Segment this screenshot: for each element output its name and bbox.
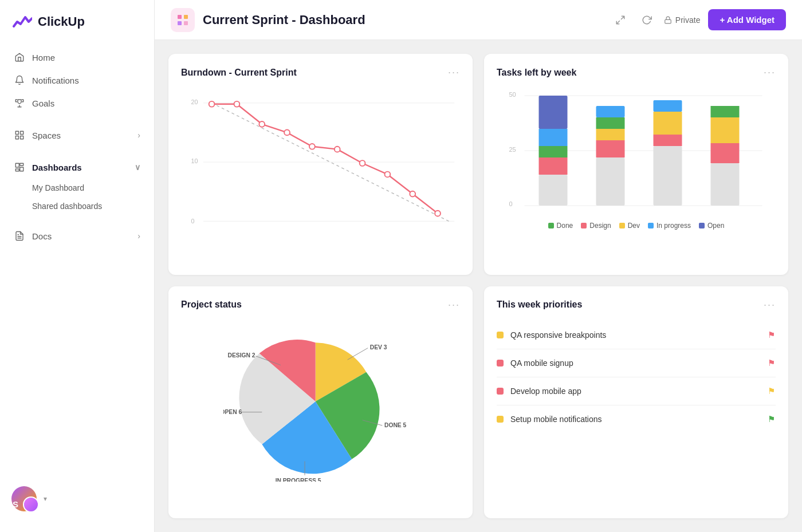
- sidebar-item-goals[interactable]: Goals: [7, 92, 147, 115]
- svg-point-26: [284, 130, 290, 136]
- notifications-label: Notifications: [32, 76, 79, 85]
- project-status-menu-icon[interactable]: ···: [448, 299, 460, 311]
- goals-label: Goals: [32, 98, 54, 108]
- my-dashboard-label: My Dashboard: [32, 183, 84, 192]
- bar-chart-svg: 50 25 0: [497, 89, 776, 215]
- sidebar-item-docs[interactable]: Docs ›: [7, 224, 147, 247]
- svg-text:DEV 3: DEV 3: [369, 344, 387, 350]
- svg-rect-53: [654, 100, 682, 112]
- legend-done-label: Done: [557, 222, 573, 230]
- dashboard-icon: [14, 161, 25, 173]
- svg-rect-1: [21, 131, 23, 134]
- priority-dot-2: [497, 360, 504, 367]
- priority-dot-1: [497, 332, 504, 338]
- svg-point-29: [360, 160, 365, 166]
- svg-point-28: [335, 147, 340, 152]
- private-label: Private: [675, 15, 701, 25]
- priorities-header: This week priorities ···: [497, 299, 776, 311]
- svg-rect-12: [184, 15, 188, 19]
- priority-item-3: Develop mobile app ⚑: [497, 377, 776, 405]
- priority-dot-3: [497, 388, 504, 395]
- svg-point-25: [259, 121, 265, 127]
- svg-point-30: [385, 172, 391, 178]
- top-bar: Current Sprint - Dashboard Private + Add…: [155, 0, 802, 40]
- logo-text: ClickUp: [38, 14, 85, 29]
- svg-rect-40: [539, 175, 568, 206]
- docs-arrow-icon: ›: [137, 231, 140, 241]
- svg-point-24: [234, 101, 240, 107]
- legend-dev: Dev: [619, 222, 640, 230]
- priority-item-2: QA mobile signup ⚑: [497, 349, 776, 377]
- expand-icon[interactable]: [611, 11, 630, 29]
- sidebar-footer: S ▾: [0, 477, 154, 521]
- svg-text:25: 25: [509, 146, 516, 153]
- tasks-widget-header: Tasks left by week ···: [497, 66, 776, 78]
- top-bar-actions: Private + Add Widget: [611, 9, 786, 30]
- sidebar-item-shared-dashboards[interactable]: Shared dashboards: [7, 197, 147, 215]
- main-content: Current Sprint - Dashboard Private + Add…: [155, 0, 802, 532]
- legend-done: Done: [548, 222, 573, 230]
- pie-chart-svg: DEV 3 DONE 5 IN PROGRESS 5 OPEN 6 DESIGN…: [223, 321, 418, 482]
- dashboards-label: Dashboards: [32, 163, 82, 172]
- svg-rect-50: [654, 146, 682, 206]
- svg-text:0: 0: [191, 218, 195, 224]
- svg-point-32: [435, 211, 441, 216]
- sidebar-item-dashboards[interactable]: Dashboards ∨: [7, 156, 147, 179]
- tasks-by-week-widget: Tasks left by week ··· 50 25 0: [484, 54, 788, 275]
- priority-flag-2[interactable]: ⚑: [766, 358, 776, 368]
- priority-text-1: QA responsive breakpoints: [510, 330, 760, 340]
- svg-text:IN PROGRESS 5: IN PROGRESS 5: [275, 477, 321, 481]
- sidebar-item-my-dashboard[interactable]: My Dashboard: [7, 179, 147, 197]
- priority-flag-4[interactable]: ⚑: [766, 415, 776, 424]
- refresh-icon[interactable]: [638, 11, 656, 29]
- svg-text:50: 50: [509, 91, 516, 98]
- svg-rect-0: [15, 131, 18, 134]
- burndown-menu-icon[interactable]: ···: [448, 66, 460, 78]
- priority-text-4: Setup mobile notifications: [510, 415, 760, 424]
- svg-text:DESIGN 2: DESIGN 2: [227, 352, 255, 358]
- priority-flag-1[interactable]: ⚑: [766, 330, 776, 340]
- legend-open: Open: [699, 222, 724, 230]
- clickup-logo-icon: [11, 11, 32, 32]
- priorities-widget: This week priorities ··· QA responsive b…: [484, 286, 788, 519]
- svg-rect-48: [596, 117, 625, 129]
- svg-rect-14: [184, 21, 188, 25]
- priority-item-1: QA responsive breakpoints ⚑: [497, 321, 776, 349]
- home-label: Home: [32, 53, 55, 62]
- sidebar-item-notifications[interactable]: Notifications: [7, 69, 147, 92]
- doc-icon: [14, 230, 25, 242]
- priority-item-4: Setup mobile notifications ⚑: [497, 405, 776, 433]
- svg-rect-54: [711, 163, 740, 206]
- priority-text-2: QA mobile signup: [510, 358, 760, 368]
- tasks-title: Tasks left by week: [497, 68, 576, 78]
- pie-chart-area: DEV 3 DONE 5 IN PROGRESS 5 OPEN 6 DESIGN…: [181, 321, 460, 482]
- spaces-arrow-icon: ›: [137, 131, 140, 140]
- priorities-menu-icon[interactable]: ···: [764, 299, 776, 311]
- svg-text:10: 10: [191, 157, 198, 164]
- priority-text-3: Develop mobile app: [510, 387, 760, 396]
- burndown-widget-header: Burndown - Current Sprint ···: [181, 66, 460, 78]
- priority-dot-4: [497, 416, 504, 423]
- sidebar-item-spaces[interactable]: Spaces ›: [7, 124, 147, 147]
- svg-rect-6: [20, 167, 23, 171]
- add-widget-button[interactable]: + Add Widget: [708, 9, 786, 30]
- svg-rect-57: [711, 106, 740, 117]
- user-dropdown-icon[interactable]: ▾: [44, 495, 47, 503]
- svg-rect-56: [711, 117, 740, 143]
- svg-rect-47: [596, 129, 625, 140]
- project-status-header: Project status ···: [181, 299, 460, 311]
- sidebar-item-home[interactable]: Home: [7, 46, 147, 69]
- svg-text:DONE 5: DONE 5: [384, 421, 406, 428]
- svg-rect-55: [711, 143, 740, 163]
- priority-flag-3[interactable]: ⚑: [766, 387, 776, 396]
- svg-text:0: 0: [509, 200, 513, 207]
- svg-rect-5: [20, 163, 23, 165]
- legend-design: Design: [581, 222, 611, 230]
- svg-point-27: [309, 144, 315, 149]
- tasks-menu-icon[interactable]: ···: [764, 66, 776, 78]
- logo-area: ClickUp: [0, 11, 154, 46]
- svg-rect-4: [15, 163, 19, 167]
- avatar[interactable]: S: [11, 486, 37, 511]
- dashboard-grid: Burndown - Current Sprint ··· 20 10 0: [155, 40, 802, 532]
- legend-open-label: Open: [707, 222, 724, 230]
